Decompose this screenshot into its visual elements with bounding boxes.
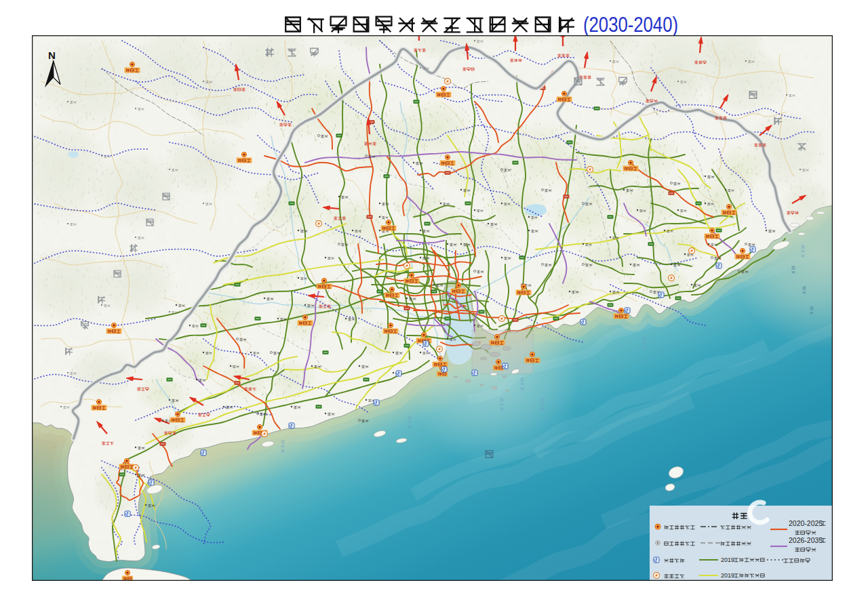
svg-text:2026-2035: 2026-2035 bbox=[789, 536, 823, 544]
svg-text:(2030-2040): (2030-2040) bbox=[583, 12, 678, 37]
svg-text:2020-2025: 2020-2025 bbox=[789, 519, 823, 527]
svg-text:N: N bbox=[48, 49, 56, 61]
svg-text:2019: 2019 bbox=[721, 556, 734, 563]
svg-text:2019: 2019 bbox=[721, 572, 734, 579]
